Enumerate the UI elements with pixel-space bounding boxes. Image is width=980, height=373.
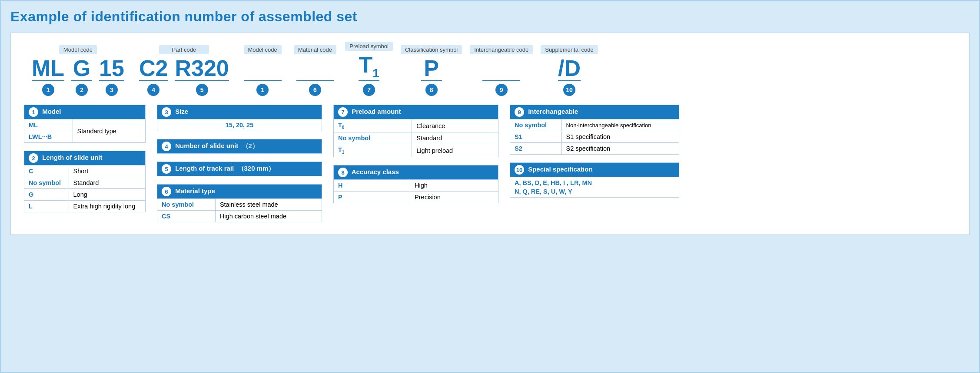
model-code-chars: ML 1 G 2 15 3 xyxy=(28,57,128,96)
circle-num-4: 4 xyxy=(162,142,171,151)
interchange-row-S2: S2 S2 specification xyxy=(510,143,679,155)
interchange-desc-S2: S2 specification xyxy=(561,143,679,155)
model-header-text: Model xyxy=(42,108,61,115)
circle-num-1: 1 xyxy=(29,107,38,117)
material-header-text: Material type xyxy=(175,187,215,195)
interchange-table: 9 Interchangeable No symbol Non-intercha… xyxy=(510,105,679,155)
interchange-desc-non: Non-interchangeable specification xyxy=(561,119,679,131)
accuracy-header: 8 Accuracy class xyxy=(334,165,498,180)
slide-unit-header-cell: 2 Length of slide unit xyxy=(24,151,146,165)
preload-desc-standard: Standard xyxy=(412,132,498,144)
part-code-chars: C2 4 R320 5 xyxy=(136,57,233,96)
char-G: G 2 xyxy=(68,57,96,96)
code-row: Model code ML 1 G 2 15 3 xyxy=(24,42,956,96)
char-blank-9: ___ 9 xyxy=(479,57,524,96)
material-header: 6 Material type xyxy=(157,185,322,199)
interchange-row-nosym: No symbol Non-interchangeable specificat… xyxy=(510,119,679,131)
model-header-cell: 1 Model xyxy=(24,105,146,119)
model-code-ML: ML xyxy=(24,119,73,131)
char-ML-text: ML xyxy=(32,57,64,81)
preload-header: 7 Preload amount xyxy=(334,105,498,119)
preload-symbol-chars: T1 7 xyxy=(355,53,383,96)
char-blank-6-text: ___ xyxy=(296,57,334,81)
slide-desc-extra: Extra high rigidity long xyxy=(69,201,145,212)
accuracy-header-text: Accuracy class xyxy=(352,168,399,175)
material-header-cell: 6 Material type xyxy=(157,185,322,199)
track-rail-header-cell: 5 Length of track rail （320 mm） xyxy=(157,162,322,176)
model-code-label: Model code xyxy=(59,45,97,54)
slide-code-G: G xyxy=(24,189,69,201)
interchange-desc-S1: S1 specification xyxy=(561,131,679,143)
slide-desc-standard: Standard xyxy=(69,177,145,189)
slide-code-nosym: No symbol xyxy=(24,177,69,189)
model-code-label-2: Model code xyxy=(244,45,282,54)
track-rail-header-text: Length of track rail （320 mm） xyxy=(175,165,275,172)
accuracy-row-H: H High xyxy=(334,180,498,191)
material-desc-carbon: High carbon steel made xyxy=(215,211,322,222)
col-4: 9 Interchangeable No symbol Non-intercha… xyxy=(510,105,679,198)
page-title: Example of identification number of asse… xyxy=(10,9,970,25)
accuracy-desc-precision: Precision xyxy=(410,191,498,203)
size-value-row: 15, 20, 25 xyxy=(157,119,322,131)
preload-code-T1: T1 xyxy=(334,144,412,157)
preload-row-T0: T0 Clearance xyxy=(334,119,498,132)
classification-group: Classification symbol P 8 xyxy=(401,45,462,96)
char-blank-1: ___ 1 xyxy=(240,57,285,96)
char-D-text: /D xyxy=(558,57,581,81)
circle-num-6: 6 xyxy=(162,187,171,196)
slide-unit-header: 2 Length of slide unit xyxy=(24,151,146,165)
char-G-text: G xyxy=(71,57,92,81)
num-slide-header-text: Number of slide unit （2） xyxy=(175,142,259,149)
preload-table: 7 Preload amount T0 Clearance No symbol … xyxy=(333,105,498,157)
circle-5: 5 xyxy=(196,84,208,96)
char-15: 15 3 xyxy=(96,57,128,96)
special-spec-header-cell: 10 Special specification xyxy=(510,163,679,177)
slide-unit-table: 2 Length of slide unit C Short No symbol… xyxy=(24,151,146,212)
material-code-CS: CS xyxy=(157,211,216,222)
char-blank-1-text: ___ xyxy=(244,57,282,81)
special-spec-row2: N, Q, RE, S, U, W, Y xyxy=(510,187,679,198)
classification-label: Classification symbol xyxy=(401,45,462,54)
slide-row-C: C Short xyxy=(24,165,146,177)
model-code-group: Model code ML 1 G 2 15 3 xyxy=(28,45,128,96)
char-P-text: P xyxy=(421,57,442,81)
circle-num-5: 5 xyxy=(162,164,171,174)
special-spec-table: 10 Special specification A, BS, D, E, HB… xyxy=(510,162,679,198)
preload-code-T0: T0 xyxy=(334,119,412,132)
material-code-chars: ___ 6 xyxy=(293,57,338,96)
circle-8: 8 xyxy=(425,84,438,96)
slide-row-G: G Long xyxy=(24,189,146,201)
circle-3: 3 xyxy=(106,84,118,96)
special-spec-value2: N, Q, RE, S, U, W, Y xyxy=(510,187,679,198)
slide-desc-long: Long xyxy=(69,189,145,201)
size-header-text: Size xyxy=(175,108,188,115)
slide-row-L: L Extra high rigidity long xyxy=(24,201,146,212)
num-slide-header-cell: 4 Number of slide unit （2） xyxy=(157,139,322,154)
material-row-CS: CS High carbon steel made xyxy=(157,211,322,222)
model-header: 1 Model xyxy=(24,105,146,119)
material-table: 6 Material type No symbol Stainless stee… xyxy=(157,184,322,222)
circle-num-3: 3 xyxy=(162,107,171,117)
num-slide-header: 4 Number of slide unit （2） xyxy=(157,139,322,154)
interchangeable-code-chars: ___ 9 xyxy=(479,57,524,96)
interchange-code-nosym: No symbol xyxy=(510,119,562,131)
circle-num-8: 8 xyxy=(338,168,348,177)
supplemental-label: Supplemental code xyxy=(541,45,598,54)
model-code-LWL: LWL···B xyxy=(24,131,73,143)
circle-num-2: 2 xyxy=(29,153,38,163)
accuracy-code-P: P xyxy=(334,191,410,203)
circle-num-7: 7 xyxy=(338,107,348,117)
inner-container: Model code ML 1 G 2 15 3 xyxy=(10,33,970,235)
char-C2-text: C2 xyxy=(139,57,168,81)
special-spec-value1: A, BS, D, E, HB, I , LR, MN xyxy=(510,177,679,188)
preload-code-nosym: No symbol xyxy=(334,132,412,144)
material-code-group: Material code ___ 6 xyxy=(293,45,338,96)
track-rail-header: 5 Length of track rail （320 mm） xyxy=(157,162,322,176)
interchange-code-S1: S1 xyxy=(510,131,562,143)
circle-9: 9 xyxy=(495,84,508,96)
special-spec-header: 10 Special specification xyxy=(510,163,679,177)
slide-unit-header-text: Length of slide unit xyxy=(42,154,102,161)
accuracy-row-P: P Precision xyxy=(334,191,498,203)
slide-desc-short: Short xyxy=(69,165,145,177)
preload-symbol-label: Preload symbol xyxy=(345,42,393,51)
